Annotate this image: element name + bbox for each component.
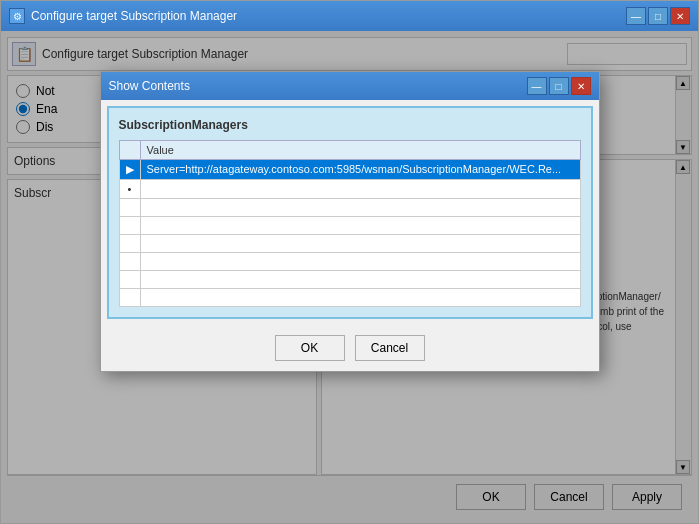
modal-overlay: Show Contents — □ ✕ SubscriptionManagers xyxy=(1,31,698,523)
row-value-empty2 xyxy=(140,217,580,235)
modal-title-bar: Show Contents — □ ✕ xyxy=(101,72,599,100)
main-title: Configure target Subscription Manager xyxy=(31,9,237,23)
modal-minimize-button[interactable]: — xyxy=(527,77,547,95)
row-arrow-empty3 xyxy=(119,235,140,253)
title-controls: — □ ✕ xyxy=(626,7,690,25)
table-value-header: Value xyxy=(140,141,580,160)
modal-body: SubscriptionManagers Value ▶ xyxy=(107,106,593,319)
modal-footer: OK Cancel xyxy=(101,325,599,371)
table-row[interactable]: ▶ Server=http://atagateway.contoso.com:5… xyxy=(119,160,580,180)
modal-title: Show Contents xyxy=(109,79,190,93)
row-value-empty6 xyxy=(140,289,580,307)
table-row-empty-2[interactable] xyxy=(119,217,580,235)
modal-table: Value ▶ Server=http://atagateway.contoso… xyxy=(119,140,581,307)
table-arrow-header xyxy=(119,141,140,160)
app-icon: ⚙ xyxy=(9,8,25,24)
row-arrow-empty1 xyxy=(119,199,140,217)
row-arrow-empty4 xyxy=(119,253,140,271)
row-value-2 xyxy=(140,180,580,199)
table-row-empty-3[interactable] xyxy=(119,235,580,253)
main-window: ⚙ Configure target Subscription Manager … xyxy=(0,0,699,524)
row-value-empty5 xyxy=(140,271,580,289)
modal-close-button[interactable]: ✕ xyxy=(571,77,591,95)
modal-ok-button[interactable]: OK xyxy=(275,335,345,361)
modal-maximize-button[interactable]: □ xyxy=(549,77,569,95)
row-arrow-empty6 xyxy=(119,289,140,307)
row-value-empty4 xyxy=(140,253,580,271)
table-row-empty-4[interactable] xyxy=(119,253,580,271)
row-arrow-1: ▶ xyxy=(119,160,140,180)
modal-controls: — □ ✕ xyxy=(527,77,591,95)
table-row-empty-5[interactable] xyxy=(119,271,580,289)
title-bar-left: ⚙ Configure target Subscription Manager xyxy=(9,8,237,24)
row-arrow-empty2 xyxy=(119,217,140,235)
table-row[interactable]: • xyxy=(119,180,580,199)
row-value-1: Server=http://atagateway.contoso.com:598… xyxy=(140,160,580,180)
show-contents-modal: Show Contents — □ ✕ SubscriptionManagers xyxy=(100,71,600,372)
row-arrow-2: • xyxy=(119,180,140,199)
modal-section-title: SubscriptionManagers xyxy=(119,118,581,132)
modal-cancel-button[interactable]: Cancel xyxy=(355,335,425,361)
maximize-button[interactable]: □ xyxy=(648,7,668,25)
table-row-empty-1[interactable] xyxy=(119,199,580,217)
row-value-empty3 xyxy=(140,235,580,253)
close-button[interactable]: ✕ xyxy=(670,7,690,25)
table-row-empty-6[interactable] xyxy=(119,289,580,307)
main-content: 📋 Configure target Subscription Manager … xyxy=(1,31,698,523)
main-title-bar: ⚙ Configure target Subscription Manager … xyxy=(1,1,698,31)
row-value-empty1 xyxy=(140,199,580,217)
row-arrow-empty5 xyxy=(119,271,140,289)
minimize-button[interactable]: — xyxy=(626,7,646,25)
